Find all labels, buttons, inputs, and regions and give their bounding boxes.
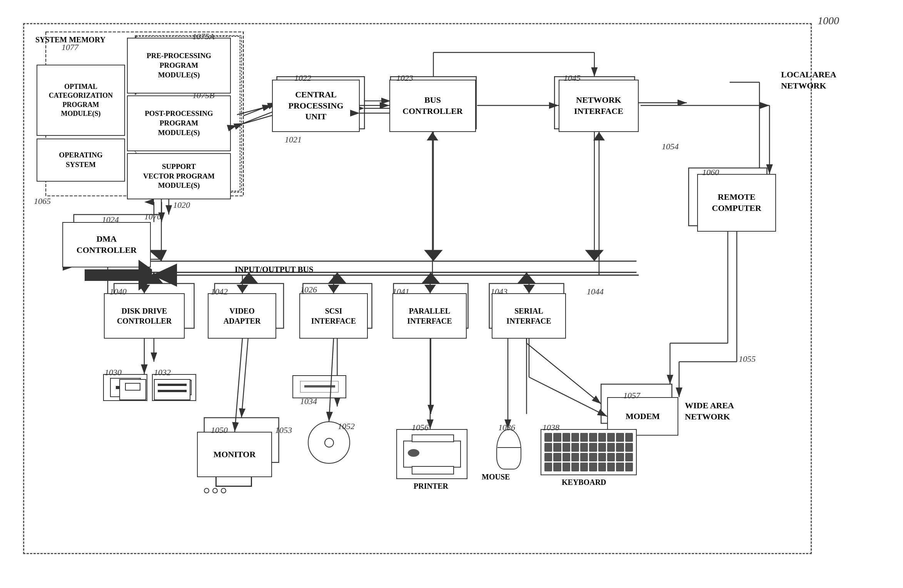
ref-1053: 1053 [275, 425, 292, 435]
dma-controller-box: DMACONTROLLER [62, 222, 151, 267]
ref-1000: 1000 [818, 15, 839, 27]
scsi-device [292, 375, 346, 398]
ref-1057: 1057 [623, 391, 640, 401]
ref-1038: 1038 [542, 423, 559, 433]
floppy-body [119, 379, 146, 400]
ref-1030: 1030 [105, 368, 122, 378]
network-interface-box: NETWORKINTERFACE [559, 80, 639, 132]
scsi-interface-box: SCSIINTERFACE [299, 293, 368, 339]
mouse-icon [496, 429, 521, 469]
ref-1021: 1021 [285, 135, 302, 145]
mouse-label: MOUSE [482, 473, 510, 481]
ref-1024: 1024 [102, 215, 119, 225]
ref-1022: 1022 [294, 73, 311, 83]
printer-icon [396, 429, 467, 479]
ref-1055: 1055 [739, 354, 756, 364]
post-processing-box: POST-PROCESSINGPROGRAMMODULE(S) [127, 95, 231, 151]
remote-computer-box: REMOTECOMPUTER [697, 174, 776, 232]
keyboard-label: KEYBOARD [562, 478, 606, 487]
keyboard-icon [541, 429, 637, 475]
printer-label: PRINTER [414, 482, 448, 491]
disk-drive-controller-box: DISK DRIVECONTROLLER [104, 293, 185, 339]
ref-1075A: 1075A [192, 32, 214, 42]
cpu-box: CENTRALPROCESSINGUNIT [272, 80, 360, 132]
ref-1045: 1045 [564, 73, 581, 83]
hard-drive-body [154, 379, 190, 400]
serial-interface-box: SERIALINTERFACE [492, 293, 566, 339]
monitor-dots [204, 488, 226, 493]
ref-1042: 1042 [211, 287, 228, 297]
video-adapter-box: VIDEOADAPTER [208, 293, 276, 339]
ref-1020: 1020 [173, 200, 190, 210]
io-bus-label: INPUT/OUTPUT BUS [235, 265, 313, 274]
wan-label: WIDE AREANETWORK [685, 400, 734, 422]
monitor-box: MONITOR [197, 432, 272, 477]
ref-1075B: 1075B [192, 90, 214, 100]
ref-1070: 1070 [144, 212, 161, 222]
ref-1032: 1032 [154, 368, 171, 378]
operating-system-box: OPERATINGSYSTEM [37, 139, 125, 182]
ref-1036: 1036 [498, 423, 515, 433]
pre-processing-box: PRE-PROCESSINGPROGRAMMODULE(S) [127, 38, 231, 94]
ref-1077: 1077 [62, 42, 78, 52]
ref-1044: 1044 [587, 287, 604, 297]
ref-1023: 1023 [396, 73, 413, 83]
diagram-container: 1000 [8, 8, 893, 577]
parallel-interface-box: PARALLELINTERFACE [392, 293, 467, 339]
bus-controller-box: BUSCONTROLLER [389, 80, 476, 132]
ref-1065: 1065 [34, 196, 51, 206]
ref-1034: 1034 [300, 396, 317, 406]
ref-1056: 1056 [412, 423, 429, 433]
lan-label: LOCAL AREANETWORK [781, 69, 836, 91]
ref-1050: 1050 [211, 425, 228, 435]
support-vector-box: SUPPORTVECTOR PROGRAMMODULE(S) [127, 153, 231, 199]
ref-1052: 1052 [338, 421, 355, 431]
ref-1060: 1060 [702, 167, 719, 177]
monitor-base [215, 477, 252, 487]
optimal-cat-box: OPTIMALCATEGORIZATIONPROGRAMMODULE(S) [37, 65, 125, 136]
ref-1054: 1054 [662, 142, 679, 152]
ref-1040: 1040 [110, 287, 127, 297]
